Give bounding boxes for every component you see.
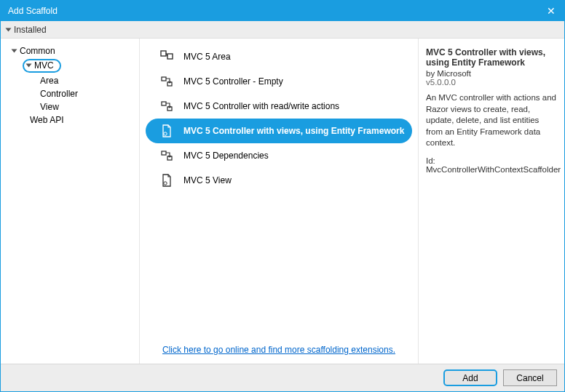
controller-icon [160,149,173,162]
controller-icon [160,100,173,113]
svg-point-7 [164,132,167,135]
online-extensions-link[interactable]: Click here to go online and find more sc… [162,345,395,355]
page-icon [160,124,173,137]
tree-label: Controller [40,89,78,99]
cancel-button[interactable]: Cancel [503,369,557,386]
template-item[interactable]: MVC 5 Dependencies [140,143,418,168]
footer: Add Cancel [1,364,564,391]
tree-item-mvc[interactable]: MVC [9,57,139,74]
details-id: Id: MvcControllerWithContextScaffolder [426,156,557,174]
svg-rect-5 [162,102,166,105]
chevron-down-icon [12,49,17,53]
page-icon [160,174,173,187]
tree-label: Area [40,76,58,86]
template-label: MVC 5 Controller with read/write actions [183,101,339,111]
close-icon[interactable]: ✕ [544,5,558,17]
controller-icon [160,75,173,88]
template-item[interactable]: MVC 5 View [140,168,418,193]
svg-rect-3 [162,77,166,81]
template-label: MVC 5 Dependencies [183,151,269,161]
tree-item-controller[interactable]: Controller [9,87,139,100]
chevron-down-icon [26,64,32,68]
template-item[interactable]: MVC 5 Area [140,44,418,69]
chevron-down-icon [6,28,12,31]
tree-label: MVC [34,60,54,71]
details-version: v5.0.0.0 [426,78,557,87]
sidebar: Common MVC Area Controller View Web API [1,39,139,364]
installed-tab[interactable]: Installed [1,21,564,39]
tree-item-area[interactable]: Area [9,74,139,87]
template-label: MVC 5 Area [183,52,231,62]
content-area: Common MVC Area Controller View Web API … [1,39,564,364]
template-item[interactable]: MVC 5 Controller with read/write actions [140,94,418,119]
template-label: MVC 5 Controller - Empty [183,76,283,87]
svg-rect-1 [167,54,173,59]
tree-label: Web API [30,115,63,125]
installed-label: Installed [14,25,47,35]
template-item[interactable]: MVC 5 Controller - Empty [140,69,418,94]
details-panel: MVC 5 Controller with views, using Entit… [419,39,564,364]
template-item[interactable]: MVC 5 Controller with views, using Entit… [146,119,412,143]
template-list-panel: MVC 5 AreaMVC 5 Controller - EmptyMVC 5 … [139,39,419,364]
tree-label: Common [20,46,55,56]
svg-rect-0 [161,51,166,56]
template-label: MVC 5 View [183,175,232,185]
area-icon [160,50,173,63]
title-bar: Add Scaffold ✕ [1,1,564,21]
details-description: An MVC controller with actions and Razor… [426,92,557,149]
tree-item-common[interactable]: Common [9,44,139,57]
details-title: MVC 5 Controller with views, using Entit… [426,47,557,68]
details-author: by Microsoft [426,69,557,78]
svg-point-10 [164,182,167,185]
template-list: MVC 5 AreaMVC 5 Controller - EmptyMVC 5 … [140,39,418,337]
tree-item-webapi[interactable]: Web API [9,113,139,127]
mvc-highlight: MVC [23,59,61,73]
add-button[interactable]: Add [443,369,497,386]
online-link-row: Click here to go online and find more sc… [140,337,418,364]
svg-rect-8 [162,151,166,155]
window-title: Add Scaffold [8,6,58,16]
template-label: MVC 5 Controller with views, using Entit… [183,126,404,136]
tree-item-view[interactable]: View [9,100,139,113]
tree-label: View [40,102,59,112]
